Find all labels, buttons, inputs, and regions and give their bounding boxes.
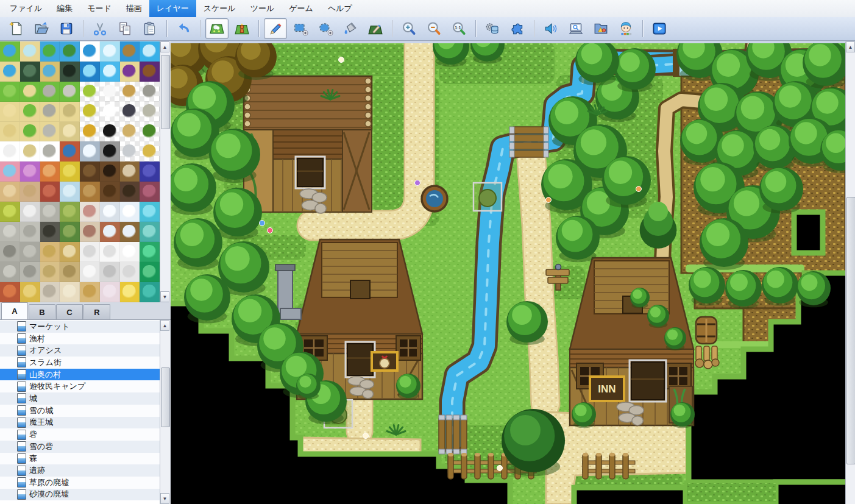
palette-tile[interactable] <box>20 202 40 222</box>
palette-tile[interactable] <box>120 242 140 262</box>
new-project-button[interactable] <box>5 18 28 39</box>
palette-tile[interactable] <box>120 182 140 202</box>
palette-tile[interactable] <box>20 41 40 62</box>
scroll-down-button[interactable]: ▼ <box>160 291 169 302</box>
map-list-item-13[interactable]: 草原の廃墟 <box>0 477 160 489</box>
map-mode-button[interactable] <box>205 18 229 39</box>
palette-tile[interactable] <box>100 82 120 102</box>
palette-tile[interactable] <box>80 262 100 282</box>
paste-button[interactable] <box>138 18 161 39</box>
flood-fill-tool-button[interactable] <box>339 18 362 39</box>
palette-tile[interactable] <box>140 242 160 262</box>
palette-tile[interactable] <box>140 62 160 82</box>
map-list-item-10[interactable]: 雪の砦 <box>0 441 160 453</box>
scroll-up-button[interactable]: ▲ <box>160 41 169 52</box>
palette-tile[interactable] <box>40 182 60 202</box>
palette-tile[interactable] <box>100 122 120 142</box>
save-project-button[interactable] <box>55 18 78 39</box>
sound-test-button[interactable] <box>539 18 562 39</box>
palette-tile[interactable] <box>100 282 120 302</box>
scroll-up-button[interactable]: ▲ <box>846 41 855 52</box>
palette-tile[interactable] <box>40 122 60 142</box>
palette-tile[interactable] <box>120 222 140 242</box>
palette-tile[interactable] <box>100 102 120 122</box>
palette-tile[interactable] <box>120 82 140 102</box>
map-list-item-14[interactable]: 砂漠の廃墟 <box>0 489 160 501</box>
palette-tile[interactable] <box>0 222 20 242</box>
palette-tile[interactable] <box>40 41 60 62</box>
event-searcher-button[interactable] <box>564 18 587 39</box>
palette-tile[interactable] <box>0 161 20 182</box>
palette-tile[interactable] <box>20 62 40 82</box>
palette-tile[interactable] <box>100 182 120 202</box>
palette-tile[interactable] <box>100 242 120 262</box>
palette-tile[interactable] <box>80 182 100 202</box>
palette-tile[interactable] <box>0 182 20 202</box>
map-list-item-3[interactable]: スラム街 <box>0 357 160 369</box>
palette-tile[interactable] <box>60 62 80 82</box>
palette-tile[interactable] <box>60 282 80 302</box>
cut-button[interactable] <box>88 18 112 39</box>
maplist-scrollbar[interactable]: ▲▼ <box>160 320 170 504</box>
palette-tile[interactable] <box>20 122 40 142</box>
event-tile[interactable] <box>474 183 502 211</box>
palette-tile[interactable] <box>0 62 20 82</box>
scroll-down-button[interactable]: ▼ <box>160 493 169 504</box>
palette-tile[interactable] <box>60 242 80 262</box>
palette-tile[interactable] <box>40 202 60 222</box>
undo-button[interactable] <box>172 18 195 39</box>
palette-tile[interactable] <box>60 82 80 102</box>
palette-tile[interactable] <box>20 282 40 302</box>
palette-tile[interactable] <box>80 62 100 82</box>
palette-tile[interactable] <box>20 161 40 182</box>
map-list-item-6[interactable]: 城 <box>0 392 160 405</box>
palette-tile[interactable] <box>140 262 160 282</box>
palette-tile[interactable] <box>20 102 40 122</box>
palette-tile[interactable] <box>20 242 40 262</box>
map-list[interactable]: マーケット漁村オアシススラム街山奥の村遊牧民キャンプ城雪の城魔王城砦雪の砦森遺跡… <box>0 320 160 504</box>
palette-scrollbar[interactable]: ▲▼ <box>160 41 170 302</box>
scroll-up-button[interactable]: ▲ <box>160 320 169 331</box>
palette-tile[interactable] <box>100 41 120 62</box>
palette-tile[interactable] <box>140 161 160 182</box>
palette-tile[interactable] <box>40 62 60 82</box>
palette-tile[interactable] <box>80 102 100 122</box>
palette-tile[interactable] <box>100 141 120 161</box>
palette-tile[interactable] <box>60 41 80 62</box>
palette-tile[interactable] <box>80 222 100 242</box>
menu-item-layer[interactable]: レイヤー <box>149 0 196 17</box>
menu-item-draw[interactable]: 描画 <box>119 0 149 17</box>
palette-tile[interactable] <box>120 41 140 62</box>
palette-tile[interactable] <box>120 102 140 122</box>
palette-tile[interactable] <box>140 282 160 302</box>
palette-tile[interactable] <box>120 141 140 161</box>
menu-item-mode[interactable]: モード <box>80 0 119 17</box>
palette-tile[interactable] <box>140 122 160 142</box>
scroll-thumb[interactable] <box>846 197 855 464</box>
palette-tile[interactable] <box>40 102 60 122</box>
palette-tile[interactable] <box>100 262 120 282</box>
palette-tile[interactable] <box>0 122 20 142</box>
tileset-tab-a[interactable]: A <box>1 302 28 319</box>
palette-tile[interactable] <box>140 222 160 242</box>
palette-tile[interactable] <box>100 62 120 82</box>
palette-tile[interactable] <box>40 141 60 161</box>
palette-tile[interactable] <box>0 202 20 222</box>
palette-tile[interactable] <box>20 141 40 161</box>
palette-tile[interactable] <box>120 202 140 222</box>
palette-tile[interactable] <box>120 122 140 142</box>
map-list-item-4[interactable]: 山奥の村 <box>0 369 160 381</box>
palette-tile[interactable] <box>80 282 100 302</box>
menu-item-help[interactable]: ヘルプ <box>321 0 360 17</box>
playtest-button[interactable] <box>648 18 671 39</box>
palette-tile[interactable] <box>140 82 160 102</box>
map-list-item-1[interactable]: 漁村 <box>0 333 160 345</box>
palette-tile[interactable] <box>60 262 80 282</box>
palette-tile[interactable] <box>80 141 100 161</box>
palette-tile[interactable] <box>0 242 20 262</box>
menu-item-tools[interactable]: ツール <box>243 0 282 17</box>
palette-tile[interactable] <box>80 122 100 142</box>
canvas-scrollbar[interactable]: ▲ <box>845 41 855 504</box>
event-mode-button[interactable] <box>230 18 254 39</box>
palette-tile[interactable] <box>20 222 40 242</box>
